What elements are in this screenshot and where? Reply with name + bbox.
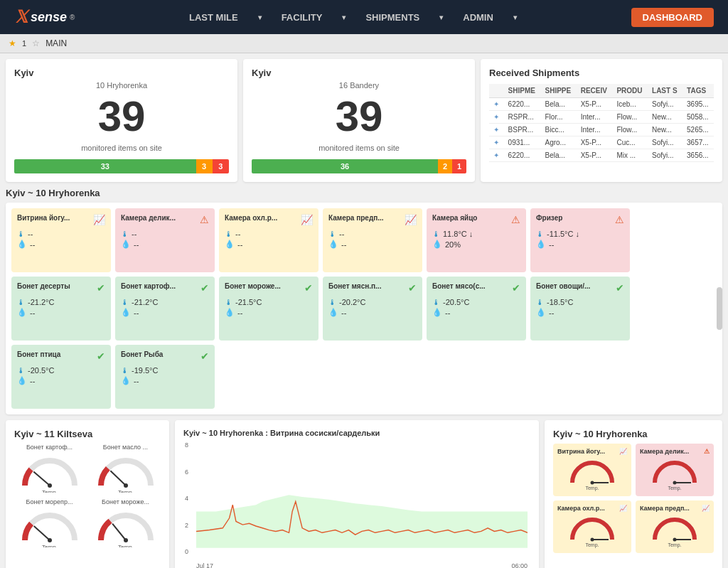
gauge-svg: Temp. -22.7°C [94,454,158,493]
monitor-cards: Витрина йогу... 📈 🌡 -- 💧 -- Камера делик… [11,208,717,409]
pb-red-2: 1 [452,159,466,173]
monitor-card-0[interactable]: Витрина йогу... 📈 🌡 -- 💧 -- [11,208,111,272]
scrollbar[interactable] [717,287,722,330]
mini-monitor-card-2[interactable]: Камера охл.р... 📈 Temp. -- [553,500,631,553]
thermometer-icon-9: 🌡 [328,298,336,306]
monitor-card-icon-7: ✔ [200,282,209,294]
monitor-card-humidity-1: -- [134,240,139,249]
logo-x: 𝕏 [14,7,28,27]
monitor-card-temp-11: -18.5°C [547,298,573,306]
monitor-card-5[interactable]: Фризер ⚠ 🌡 -11.5°C ↓ 💧 -- [530,208,630,272]
monitor-card-humidity-row-6: 💧 -- [17,308,105,317]
gauge-svg: Temp. -23.2°C [18,454,82,493]
star-empty[interactable]: ☆ [32,38,40,48]
col-produ: PRODU [612,84,648,98]
table-row[interactable]: ✦RSPR...Flor...Inter...Flow...New...5058… [489,111,714,124]
mini-monitor-card-3[interactable]: Камера предп... 📈 Temp. -- [636,500,714,553]
pb-red-1: 3 [213,159,229,173]
monitor-card-11[interactable]: Бонет овощи/... ✔ 🌡 -18.5°C 💧 -- [530,277,630,341]
monitor-card-title-4: Камера яйцо [432,214,477,222]
y-label-4: 4 [185,495,188,502]
table-cell: Inter... [577,111,613,124]
mini-monitor-card-1[interactable]: Камера делик... ⚠ Temp. -- [636,444,714,496]
mini-monitor-card-0[interactable]: Витрина йогу... 📈 Temp. -- [553,444,631,496]
table-row[interactable]: ✦6220...Bela...X5-P...Iceb...Sofyi...369… [489,98,714,111]
svg-text:Temp.: Temp. [42,489,58,493]
monitor-card-icon-12: ✔ [97,350,105,362]
monitor-card-8[interactable]: Бонет мороже... ✔ 🌡 -21.5°C 💧 -- [219,277,318,341]
nav-last-mile-arrow: ▾ [251,11,269,24]
monitor-card-humidity-4: 20% [445,240,461,249]
monitor-card-temp-row-0: 🌡 -- [17,230,105,238]
droplet-icon-9: 💧 [328,308,338,317]
monitor-card-temp-row-13: 🌡 -19.5°C [121,366,209,375]
monitor-card-7[interactable]: Бонет картоф... ✔ 🌡 -21.2°C 💧 -- [115,277,215,341]
pb-orange-2: 2 [438,159,452,173]
logo[interactable]: 𝕏 sense ® [14,7,75,27]
svg-text:--: -- [590,548,594,549]
monitored-label-2: monitored items on site [252,144,466,152]
svg-marker-16 [196,495,528,548]
monitor-card-12[interactable]: Бонет птица ✔ 🌡 -20.5°C 💧 -- [11,345,111,409]
table-cell: 3657... [682,136,714,149]
monitor-card-temp-12: -20.5°C [28,366,54,375]
monitor-card-temp-row-1: 🌡 -- [121,230,209,238]
gauge-label-0: Бонет картоф... [26,444,73,451]
monitor-card-humidity-row-0: 💧 -- [17,240,105,249]
monitor-card-2[interactable]: Камера охл.р... 📈 🌡 -- 💧 -- [219,208,318,272]
droplet-icon-7: 💧 [121,308,131,317]
mini-card-title-0: Витрина йогу... 📈 [557,448,627,455]
col-tags: TAGS [682,84,714,98]
monitor-card-3[interactable]: Камера предп... 📈 🌡 -- 💧 -- [323,208,422,272]
table-row[interactable]: ✦0931...Agro...X5-P...Cuc...Sofyi...3657… [489,136,714,149]
monitor-card-6[interactable]: Бонет десерты ✔ 🌡 -21.2°C 💧 -- [11,277,111,341]
monitor-card-4[interactable]: Камера яйцо ⚠ 🌡 11.8°C ↓ 💧 20% [427,208,526,272]
table-cell: Agro... [541,136,577,149]
monitor-card-10[interactable]: Бонет мясо(с... ✔ 🌡 -20.5°C 💧 -- [427,277,526,341]
monitor-card-temp-7: -21.2°C [132,298,158,306]
droplet-icon-6: 💧 [17,308,27,317]
monitor-card-temp-row-6: 🌡 -21.2°C [17,298,105,306]
svg-point-18 [591,481,594,485]
thermometer-icon-2: 🌡 [225,230,232,238]
monitor-card-title-10: Бонет мясо(с... [432,282,486,290]
table-row[interactable]: ✦BSPR...Bicc...Inter...Flow...New...5265… [489,124,714,136]
svg-line-12 [112,524,126,540]
monitor-card-humidity-row-12: 💧 -- [17,376,105,385]
col-receiv: RECEIV [577,84,613,98]
logo-sense: sense [31,10,67,25]
location-card-2: Kyiv 16 Bandery 39 monitored items on si… [243,59,475,182]
gauge-label-3: Бонет мороже... [102,498,149,505]
monitor-card-9[interactable]: Бонет мясн.п... ✔ 🌡 -20.2°C 💧 -- [323,277,422,341]
section1: Kyiv ~ 10 Hryhorenka Витрина йогу... 📈 🌡… [6,188,722,414]
monitor-card-temp-row-2: 🌡 -- [225,230,313,238]
gauge-grid: Бонет картоф... Temp. -23.2°C Бонет масл… [14,444,161,547]
monitor-card-temp-2: -- [235,230,240,238]
nav-admin[interactable]: ADMIN [456,9,500,26]
svg-text:Temp.: Temp. [668,486,681,491]
thermometer-icon-11: 🌡 [536,298,544,306]
svg-point-26 [591,538,594,542]
monitor-card-temp-8: -21.5°C [235,298,262,306]
monitor-card-icon-5: ⚠ [615,214,624,225]
nav-shipments[interactable]: SHIPMENTS [358,9,427,26]
breadcrumb-main[interactable]: MAIN [46,38,67,48]
monitor-card-1[interactable]: Камера делик... ⚠ 🌡 -- 💧 -- [115,208,215,272]
dashboard-button[interactable]: DASHBOARD [631,8,714,27]
monitor-card-title-6: Бонет десерты [17,282,70,290]
monitor-card-icon-10: ✔ [512,282,520,294]
nav-facility[interactable]: FACILITY [274,9,330,26]
x-axis: Jul 17 06:00 [196,562,528,568]
monitor-card-title-2: Камера охл.р... [225,214,277,222]
y-label-0: 0 [185,548,188,555]
star-filled[interactable]: ★ [9,38,16,48]
monitor-card-humidity-row-7: 💧 -- [121,308,209,317]
monitor-card-13[interactable]: Бонет Рыба ✔ 🌡 -19.5°C 💧 -- [115,345,215,409]
y-axis: 8 6 4 2 0 [185,441,188,555]
nav-last-mile[interactable]: LAST MILE [182,9,245,26]
y-label-2: 2 [185,522,188,529]
table-row[interactable]: ✦6220...Bela...X5-P...Mix ...Sofyi...365… [489,149,714,162]
thermometer-icon-6: 🌡 [17,298,25,306]
thermometer-icon-13: 🌡 [121,366,129,375]
table-cell: 0931... [504,136,541,149]
